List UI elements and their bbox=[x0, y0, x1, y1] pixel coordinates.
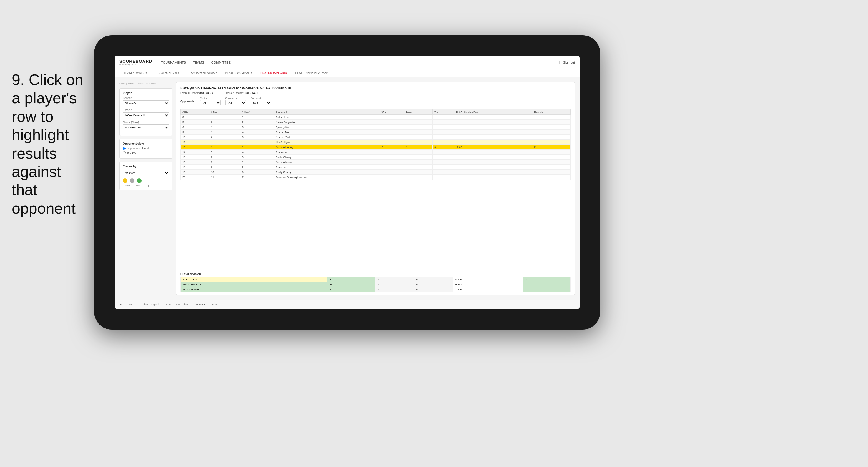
table-row[interactable]: 1474Eunice Yi bbox=[181, 150, 570, 155]
table-cell: 1 bbox=[404, 145, 433, 150]
table-row[interactable]: 522Alexis Sudjianto bbox=[181, 120, 570, 125]
opponents-label: Opponents: bbox=[180, 100, 195, 103]
table-cell bbox=[379, 155, 404, 160]
undo-btn[interactable]: ↩ bbox=[118, 302, 124, 307]
table-row[interactable]: 1063Andrea York bbox=[181, 135, 570, 140]
sub-nav: TEAM SUMMARY TEAM H2H GRID TEAM H2H HEAT… bbox=[115, 69, 580, 77]
bottom-toolbar: ↩ ↪ View: Original Save Custom View Watc… bbox=[115, 300, 580, 309]
table-cell bbox=[433, 135, 454, 140]
table-row[interactable]: 31Esther Lee bbox=[181, 115, 570, 120]
radio-top100[interactable]: Top 100 bbox=[123, 151, 169, 154]
table-cell bbox=[532, 140, 570, 145]
table-cell: Federica Domecq Lacroze bbox=[274, 175, 379, 180]
table-cell: 1 bbox=[240, 145, 274, 150]
table-row[interactable]: 1585Stella Chang bbox=[181, 155, 570, 160]
table-cell bbox=[379, 165, 404, 170]
table-cell bbox=[379, 150, 404, 155]
tab-player-h2h-heatmap[interactable]: PLAYER H2H HEATMAP bbox=[291, 69, 332, 77]
table-cell bbox=[454, 140, 532, 145]
dot-up bbox=[137, 178, 142, 183]
table-cell bbox=[379, 160, 404, 165]
table-cell: 3 bbox=[181, 115, 209, 120]
sidebar-timestamp: Last Updated: 27/03/2024 16:55:28 bbox=[120, 82, 173, 85]
table-cell bbox=[532, 175, 570, 180]
redo-btn[interactable]: ↪ bbox=[128, 302, 133, 307]
opponent-view-title: Opponent view bbox=[123, 142, 169, 145]
table-cell: Alexis Sudjianto bbox=[274, 120, 379, 125]
table-cell bbox=[404, 135, 433, 140]
table-cell: Esther Lee bbox=[274, 115, 379, 120]
table-cell: 20 bbox=[181, 175, 209, 180]
table-row[interactable]: 19106Emily Chang bbox=[181, 170, 570, 175]
colour-select[interactable]: Win/loss bbox=[123, 170, 169, 176]
col-tie: Tie bbox=[433, 110, 454, 115]
overall-record-value: 353 - 34 - 6 bbox=[199, 92, 213, 94]
out-of-division: Out of division Foreign Team1004.5002NAI… bbox=[176, 273, 575, 294]
table-cell bbox=[433, 125, 454, 130]
table-row[interactable]: 613Sydney Kuo bbox=[181, 125, 570, 130]
table-cell: 4 bbox=[240, 130, 274, 135]
out-table-cell: 0 bbox=[414, 282, 453, 287]
tab-team-h2h-heatmap[interactable]: TEAM H2H HEATMAP bbox=[183, 69, 221, 77]
conference-filter-select[interactable]: (All) bbox=[225, 100, 246, 105]
save-custom-view-btn[interactable]: Save Custom View bbox=[164, 302, 190, 307]
conference-filter: Conference (All) bbox=[225, 97, 246, 105]
division-record-value: 331 - 34 - 6 bbox=[245, 92, 258, 94]
table-row[interactable]: 12HeeJo Hyun bbox=[181, 140, 570, 145]
table-row[interactable]: 914Sharon Mun bbox=[181, 130, 570, 135]
table-cell bbox=[404, 150, 433, 155]
nav-tournaments[interactable]: TOURNAMENTS bbox=[161, 59, 186, 65]
col-rounds: Rounds bbox=[532, 110, 570, 115]
opponent-filter-select[interactable]: (All) bbox=[251, 100, 271, 105]
nav-committee[interactable]: COMMITTEE bbox=[211, 59, 231, 65]
player-rank-select[interactable]: 8. Katelyn Vo bbox=[123, 124, 169, 130]
out-table-cell: 7.400 bbox=[453, 287, 523, 292]
table-cell: 10 bbox=[181, 135, 209, 140]
sign-out-button[interactable]: Sign out bbox=[559, 61, 575, 64]
table-cell: 14 bbox=[181, 150, 209, 155]
table-cell bbox=[404, 115, 433, 120]
table-cell bbox=[532, 115, 570, 120]
out-table-row[interactable]: Foreign Team1004.5002 bbox=[181, 277, 570, 282]
table-cell bbox=[404, 130, 433, 135]
table-cell: Eunice Yi bbox=[274, 150, 379, 155]
gender-select[interactable]: Women's bbox=[123, 100, 169, 106]
table-cell: Jessica Mason bbox=[274, 160, 379, 165]
table-row[interactable]: 20117Federica Domecq Lacroze bbox=[181, 175, 570, 180]
table-cell: 6 bbox=[240, 170, 274, 175]
table-cell bbox=[209, 115, 240, 120]
table-cell bbox=[379, 115, 404, 120]
table-cell: 7 bbox=[240, 175, 274, 180]
tab-team-summary[interactable]: TEAM SUMMARY bbox=[120, 69, 152, 77]
table-cell bbox=[433, 165, 454, 170]
table-cell: 11 bbox=[209, 175, 240, 180]
region-filter-select[interactable]: (All) bbox=[200, 100, 221, 105]
table-cell bbox=[532, 120, 570, 125]
division-select[interactable]: NCAA Division III bbox=[123, 113, 169, 118]
view-original-btn[interactable]: View: Original bbox=[141, 302, 161, 307]
table-cell bbox=[240, 140, 274, 145]
table-cell bbox=[532, 160, 570, 165]
out-table-row[interactable]: NCAA Division 25007.40010 bbox=[181, 287, 570, 292]
tab-player-summary[interactable]: PLAYER SUMMARY bbox=[221, 69, 256, 77]
out-division-title: Out of division bbox=[180, 273, 570, 276]
table-cell: 4 bbox=[240, 150, 274, 155]
share-btn[interactable]: Share bbox=[210, 302, 221, 307]
table-cell bbox=[454, 130, 532, 135]
tab-player-h2h-grid[interactable]: PLAYER H2H GRID bbox=[256, 69, 291, 77]
watch-btn[interactable]: Watch ▾ bbox=[194, 302, 207, 307]
radio-opponents-played[interactable]: Opponents Played bbox=[123, 147, 169, 150]
tab-team-h2h-grid[interactable]: TEAM H2H GRID bbox=[152, 69, 183, 77]
table-row[interactable]: 1691Jessica Mason bbox=[181, 160, 570, 165]
table-cell bbox=[454, 115, 532, 120]
colour-dots bbox=[123, 178, 169, 183]
nav-teams[interactable]: TEAMS bbox=[193, 59, 204, 65]
table-cell bbox=[454, 170, 532, 175]
table-cell bbox=[454, 165, 532, 170]
out-table-row[interactable]: NAIA Division 115009.26730 bbox=[181, 282, 570, 287]
table-row[interactable]: 1822Euna Lee bbox=[181, 165, 570, 170]
table-cell bbox=[454, 120, 532, 125]
table-row[interactable]: 1311Jessica Huang010-3.002 bbox=[181, 145, 570, 150]
conference-filter-label: Conference bbox=[225, 97, 246, 99]
table-cell bbox=[209, 140, 240, 145]
